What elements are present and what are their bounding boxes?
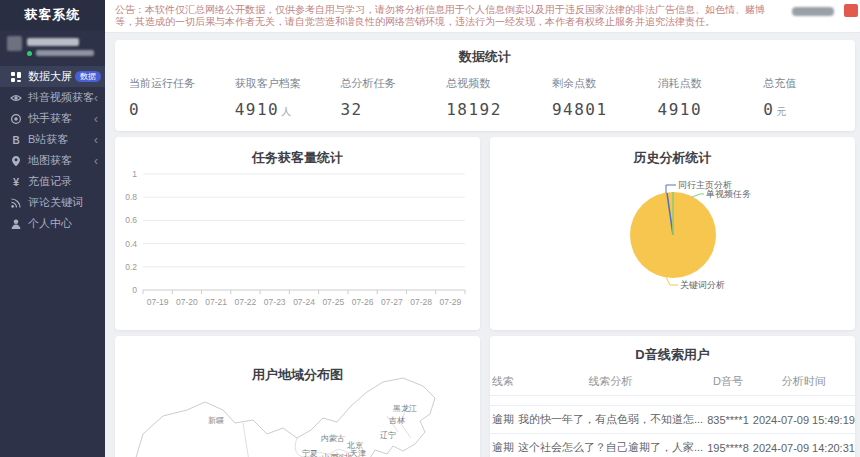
leads-table-card: D音线索用户 线索线索分析D音号分析时间 逾期我的快一年了，有点色弱，不知道怎.… xyxy=(490,336,855,457)
sidebar: 获客系统 数据大屏数据抖音视频获客‹快手获客‹BB站获客‹地图获客‹¥充值记录评… xyxy=(0,0,105,457)
stat-item: 当前运行任务0 xyxy=(115,76,221,119)
sidebar-item-map[interactable]: 地图获客‹ xyxy=(0,150,105,171)
dashboard-icon xyxy=(10,71,22,83)
svg-text:07-24: 07-24 xyxy=(293,297,315,307)
svg-text:07-22: 07-22 xyxy=(235,297,257,307)
leads-table: 线索线索分析D音号分析时间 逾期我的快一年了，有点色弱，不知道怎...835**… xyxy=(490,368,855,457)
stat-item: 剩余点数94801 xyxy=(538,76,644,119)
lead-time-cell: 2024-07-09 14:20:31 xyxy=(751,434,855,457)
sidebar-item-keywords[interactable]: 评论关键词 xyxy=(0,192,105,213)
stat-label: 消耗点数 xyxy=(658,76,750,91)
main-area: 公告：本软件仅汇总网络公开数据，仅供参考自用与学习，请勿将分析信息用于个人信息倒… xyxy=(105,0,860,457)
line-chart-title: 任务获客量统计 xyxy=(115,137,480,167)
chevron-left-icon: ‹ xyxy=(94,112,101,126)
svg-text:河北: 河北 xyxy=(336,453,352,457)
sidebar-menu: 数据大屏数据抖音视频获客‹快手获客‹BB站获客‹地图获客‹¥充值记录评论关键词个… xyxy=(0,66,105,234)
sidebar-item-label: 评论关键词 xyxy=(28,195,83,210)
sidebar-item-label: 快手获客 xyxy=(28,111,72,126)
svg-text:0: 0 xyxy=(132,285,137,295)
svg-text:1: 1 xyxy=(132,169,137,179)
svg-text:0.4: 0.4 xyxy=(125,239,137,249)
stat-unit: 元 xyxy=(776,106,786,117)
svg-text:新疆: 新疆 xyxy=(208,416,224,425)
table-column-header: 线索分析 xyxy=(516,368,705,396)
chevron-left-icon: ‹ xyxy=(94,154,101,168)
stat-unit: 人 xyxy=(281,106,291,117)
user-profile[interactable] xyxy=(0,34,105,62)
sidebar-item-profile[interactable]: 个人中心 xyxy=(0,213,105,234)
logout-button[interactable] xyxy=(844,4,858,17)
avatar xyxy=(7,36,22,51)
sidebar-item-bilibili[interactable]: BB站获客‹ xyxy=(0,129,105,150)
svg-text:07-26: 07-26 xyxy=(352,297,374,307)
bilibili-icon: B xyxy=(10,134,22,146)
svg-text:07-25: 07-25 xyxy=(322,297,344,307)
sidebar-item-label: 地图获客 xyxy=(28,153,72,168)
svg-text:宁夏: 宁夏 xyxy=(302,449,318,457)
sidebar-item-label: 数据大屏 xyxy=(28,69,72,84)
app-title: 获客系统 xyxy=(0,0,105,30)
content: 数据统计 当前运行任务0获取客户档案4910人总分析任务32总视频数18192剩… xyxy=(105,33,860,457)
svg-text:单视频任务: 单视频任务 xyxy=(706,189,751,199)
map-title: 用户地域分布图 xyxy=(115,336,480,384)
stat-item: 总分析任务32 xyxy=(326,76,432,119)
stat-value: 18192 xyxy=(446,100,538,119)
lead-clue-cell: 逾期 xyxy=(490,406,516,434)
sidebar-item-dashboard[interactable]: 数据大屏数据 xyxy=(0,66,105,87)
svg-text:B: B xyxy=(12,135,19,146)
stat-value: 32 xyxy=(340,100,432,119)
svg-text:07-29: 07-29 xyxy=(439,297,461,307)
table-column-header: 线索 xyxy=(490,368,516,396)
chevron-left-icon: ‹ xyxy=(94,133,101,147)
svg-text:内蒙古: 内蒙古 xyxy=(321,434,345,443)
svg-text:07-27: 07-27 xyxy=(381,297,403,307)
comment-icon xyxy=(10,197,22,209)
sidebar-item-label: B站获客 xyxy=(28,132,68,147)
lead-analysis-cell: 我的快一年了，有点色弱，不知道怎... xyxy=(516,406,705,434)
stat-label: 获取客户档案 xyxy=(235,76,327,91)
stat-label: 总分析任务 xyxy=(340,76,432,91)
lead-analysis-cell: 这个社会怎么了？自己逾期了，人家... xyxy=(516,434,705,457)
table-spacer-row xyxy=(490,396,855,406)
pie-chart-card: 历史分析统计 同行主页分析单视频任务关键词分析 xyxy=(490,137,855,330)
stat-value: 4910人 xyxy=(235,100,327,119)
svg-text:0.8: 0.8 xyxy=(125,192,137,202)
sidebar-item-recharge[interactable]: ¥充值记录 xyxy=(0,171,105,192)
sidebar-item-label: 抖音视频获客 xyxy=(28,90,94,105)
sidebar-item-douyin[interactable]: 抖音视频获客‹ xyxy=(0,87,105,108)
sidebar-item-label: 充值记录 xyxy=(28,174,72,189)
table-column-header: D音号 xyxy=(705,368,751,396)
stat-label: 剩余点数 xyxy=(552,76,644,91)
yen-icon: ¥ xyxy=(10,176,22,188)
stat-value: 0元 xyxy=(763,100,855,119)
svg-text:07-28: 07-28 xyxy=(410,297,432,307)
target-icon xyxy=(10,113,22,125)
stat-item: 总视频数18192 xyxy=(432,76,538,119)
svg-text:黑龙江: 黑龙江 xyxy=(393,404,417,413)
notice-bar: 公告：本软件仅汇总网络公开数据，仅供参考自用与学习，请勿将分析信息用于个人信息倒… xyxy=(105,0,860,33)
lead-account-cell: 835****1 xyxy=(705,406,751,434)
stat-item: 消耗点数4910 xyxy=(644,76,750,119)
stat-label: 总视频数 xyxy=(446,76,538,91)
lead-clue-cell: 逾期 xyxy=(490,434,516,457)
stats-row: 当前运行任务0获取客户档案4910人总分析任务32总视频数18192剩余点数94… xyxy=(115,76,855,119)
stat-value: 4910 xyxy=(658,100,750,119)
svg-text:辽宁: 辽宁 xyxy=(380,430,396,440)
svg-text:07-20: 07-20 xyxy=(176,297,198,307)
svg-text:天津: 天津 xyxy=(350,449,366,457)
stat-label: 总充值 xyxy=(763,76,855,91)
redacted-account-menu[interactable] xyxy=(792,7,834,16)
svg-text:¥: ¥ xyxy=(13,176,20,188)
user-icon xyxy=(10,218,22,230)
stats-card: 数据统计 当前运行任务0获取客户档案4910人总分析任务32总视频数18192剩… xyxy=(115,40,855,131)
svg-text:0.2: 0.2 xyxy=(125,262,137,272)
stat-value: 94801 xyxy=(552,100,644,119)
svg-text:关键词分析: 关键词分析 xyxy=(680,280,725,290)
stat-item: 总充值0元 xyxy=(749,76,855,119)
sidebar-item-label: 个人中心 xyxy=(28,216,72,231)
sidebar-badge: 数据 xyxy=(75,71,101,83)
svg-text:0.6: 0.6 xyxy=(125,215,137,225)
sidebar-item-kuaishou[interactable]: 快手获客‹ xyxy=(0,108,105,129)
redacted-user-id xyxy=(36,50,94,56)
lead-account-cell: 195****8 xyxy=(705,434,751,457)
